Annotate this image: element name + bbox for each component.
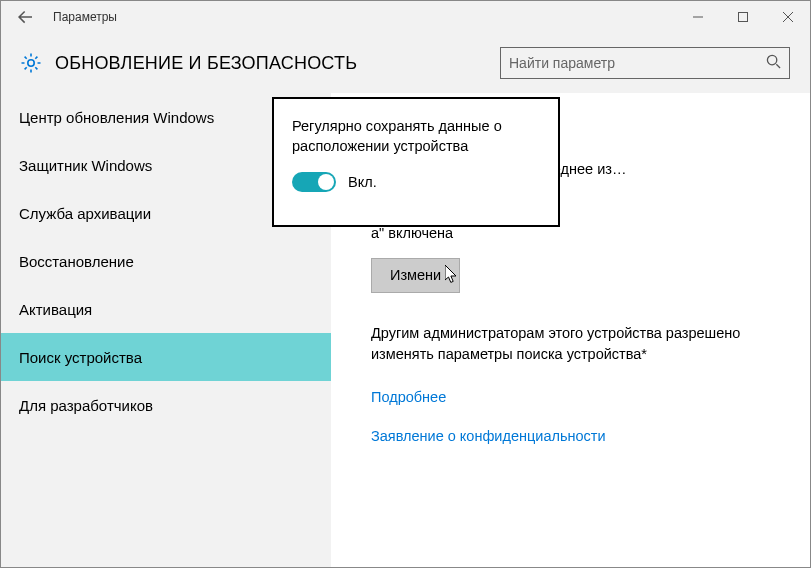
sidebar-item-label: Служба архивации [19,205,151,222]
sidebar-item-label: Защитник Windows [19,157,152,174]
popup-text: Регулярно сохранять данные о расположени… [292,117,540,156]
sidebar-item-for-developers[interactable]: Для разработчиков [1,381,331,429]
toggle-row: Вкл. [292,172,540,192]
minimize-button[interactable] [675,1,720,33]
change-button[interactable]: Измени [371,258,460,293]
sidebar-item-label: Для разработчиков [19,397,153,414]
maximize-button[interactable] [720,1,765,33]
toggle-label: Вкл. [348,174,377,190]
header: ОБНОВЛЕНИЕ И БЕЗОПАСНОСТЬ [1,33,810,93]
location-toggle[interactable] [292,172,336,192]
svg-point-2 [767,55,776,64]
location-popup: Регулярно сохранять данные о расположени… [272,97,560,227]
search-input[interactable] [509,55,766,71]
change-button-label: Измени [390,267,441,283]
privacy-statement-link[interactable]: Заявление о конфиденциальности [371,426,606,447]
sidebar-item-label: Восстановление [19,253,134,270]
sidebar-item-activation[interactable]: Активация [1,285,331,333]
search-box[interactable] [500,47,790,79]
window-title: Параметры [49,10,675,24]
back-button[interactable] [1,10,49,24]
search-icon [766,54,781,73]
sidebar-item-recovery[interactable]: Восстановление [1,237,331,285]
cursor-icon [445,265,459,291]
close-button[interactable] [765,1,810,33]
admins-note: Другим администраторам этого устройства … [371,323,782,365]
sidebar-item-find-my-device[interactable]: Поиск устройства [1,333,331,381]
svg-rect-0 [738,13,747,22]
sidebar-item-label: Активация [19,301,92,318]
sidebar-item-label: Поиск устройства [19,349,142,366]
titlebar: Параметры [1,1,810,33]
gear-icon [13,51,49,75]
sidebar-item-label: Центр обновления Windows [19,109,214,126]
toggle-knob [318,174,334,190]
page-title: ОБНОВЛЕНИЕ И БЕЗОПАСНОСТЬ [55,53,357,74]
svg-point-1 [28,60,34,66]
window-buttons [675,1,810,33]
learn-more-link[interactable]: Подробнее [371,387,446,408]
